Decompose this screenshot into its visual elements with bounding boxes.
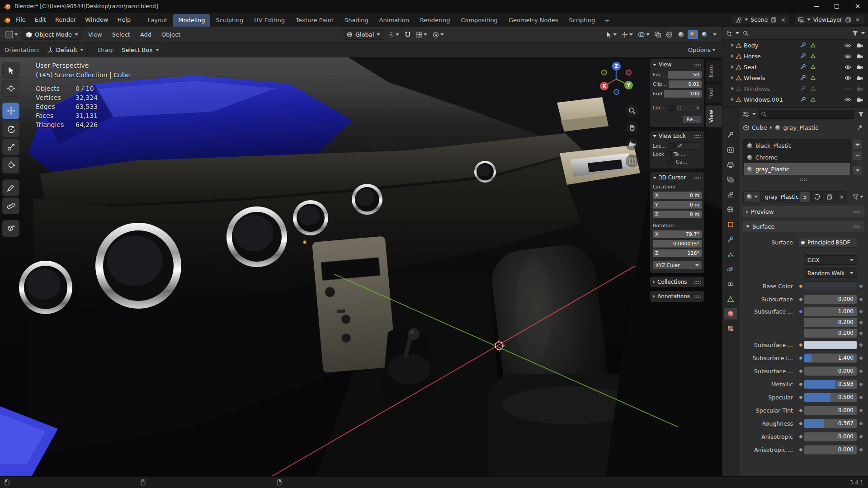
properties-editor-icon[interactable] [742,111,750,118]
outliner-search-icon[interactable] [742,30,749,37]
nodes-filter-icon[interactable] [852,193,859,201]
panel-grip-icon[interactable] [694,281,702,284]
modifier-wrench-icon[interactable] [800,42,806,48]
decorator-icon[interactable] [859,298,863,301]
anisotropic-slider[interactable]: 0.000 [804,432,857,441]
panel-grip-icon[interactable] [694,63,702,66]
properties-tab-world[interactable] [724,204,737,215]
local-camera-checkbox[interactable] [668,105,674,111]
snap-settings-dropdown[interactable] [415,30,429,39]
zoom-button[interactable] [626,104,638,117]
render-visibility-icon[interactable] [857,54,863,59]
material-users-count[interactable]: 5 [800,191,811,202]
clip-start-field[interactable]: 0.01 [669,80,702,88]
outliner-filter-icon[interactable] [851,30,859,37]
cursor-rot-x-field[interactable]: X79.7° [653,230,702,238]
material-name-field[interactable]: gray_Plastic [762,191,799,202]
camera-view-button[interactable] [626,138,638,150]
expand-caret-icon[interactable] [731,98,734,101]
properties-tab-object-data[interactable] [724,293,737,305]
gizmo-y-negative[interactable] [601,70,607,75]
menu-render[interactable]: Render [51,14,80,25]
viewport-canvas[interactable]: User Perspective (145) Scene Collection … [0,57,722,476]
roughness-slider[interactable]: 0.367 [804,419,857,428]
sidebar-tab-item[interactable]: Item [706,60,722,82]
workspace-tab-animation[interactable]: Animation [374,14,415,27]
panel-cursor-title[interactable]: 3D Cursor [659,174,686,181]
properties-tab-output[interactable] [724,159,737,170]
outliner-type-caret-icon[interactable] [736,32,739,34]
scene-name[interactable]: Scene [750,16,768,23]
panel-grip-icon[interactable] [694,176,702,179]
decorator-icon[interactable] [859,409,863,412]
properties-search-input[interactable] [759,110,854,119]
menu-select[interactable]: Select [108,29,134,40]
properties-tab-particles[interactable] [724,249,737,260]
cursor-x-field[interactable]: X0 m [653,192,702,199]
expand-caret-icon[interactable] [731,54,734,58]
tool-measure[interactable] [2,197,19,214]
material-slot-chrome[interactable]: Chrome [744,151,850,163]
outliner-item-seat[interactable]: Seat [722,61,868,72]
decorator-icon[interactable] [859,343,863,347]
panel-annotations-caret-icon[interactable] [653,295,655,298]
surface-shader-field[interactable]: Principled BSDF [797,238,857,248]
menu-add[interactable]: Add [136,29,156,40]
blender-menu-icon[interactable] [4,16,11,23]
scene-new-icon[interactable] [770,16,777,23]
menu-object[interactable]: Object [157,29,184,40]
subsurface-radius-x-field[interactable]: 1.000 [804,307,857,316]
specular-tint-slider[interactable]: 0.000 [804,406,857,415]
menu-file[interactable]: File [12,14,30,25]
snap-toggle-button[interactable] [403,30,413,39]
cursor-y-field[interactable]: Y0 m [653,201,702,209]
expand-caret-icon[interactable] [731,87,734,90]
panel-view-title[interactable]: View [659,61,671,68]
subsurface-color-swatch[interactable] [804,340,857,350]
render-visibility-icon[interactable] [857,43,863,48]
subsurface-slider[interactable]: 0.000 [804,295,857,304]
outliner-item-horse[interactable]: Horse [722,51,868,61]
decorator-icon[interactable] [859,332,863,335]
subsurface-radius-y-field[interactable]: 0.200 [804,318,857,327]
gizmo-z-axis[interactable]: Z [612,62,621,70]
navigation-gizmo[interactable]: Z X Y [598,61,634,97]
pin-icon[interactable] [856,124,863,131]
workspace-tab-geometry-nodes[interactable]: Geometry Nodes [503,14,564,27]
mesh-data-icon[interactable] [811,86,816,91]
decorator-icon[interactable] [859,357,863,360]
shading-material-preview-button[interactable] [688,30,698,39]
viewlayer-name[interactable]: ViewLayer [813,16,842,23]
decorator-icon[interactable] [859,321,863,324]
mode-dropdown[interactable]: Object Mode [22,29,82,40]
expand-caret-icon[interactable] [731,65,734,69]
proportional-editing-button[interactable] [431,30,446,39]
lock-object-picker[interactable] [675,142,702,150]
menu-edit[interactable]: Edit [31,14,50,25]
mesh-data-icon[interactable] [811,54,816,58]
render-visibility-icon[interactable] [857,65,863,70]
shading-rendered-button[interactable] [699,30,710,39]
panel-annotations-title[interactable]: Annotations [657,293,690,300]
minimize-button[interactable] [806,0,826,13]
tool-scale[interactable] [2,139,19,155]
breadcrumb-object[interactable]: Cube [752,124,767,131]
outliner-editor-icon[interactable] [726,30,733,37]
properties-tab-constraints[interactable] [724,278,737,290]
lock-object-checkbox[interactable] [668,143,674,149]
tool-select-box[interactable] [2,62,19,79]
maximize-button[interactable] [826,0,847,13]
panel-view-lock-title[interactable]: View Lock [659,133,686,139]
options-dropdown[interactable]: Options [686,45,717,55]
render-visibility-icon[interactable] [857,75,863,80]
show-overlays-button[interactable] [636,30,651,39]
lock-camera-checkbox[interactable] [666,151,672,157]
menu-window[interactable]: Window [81,14,112,25]
panel-collections-title[interactable]: Collections [657,279,687,285]
drag-mode-dropdown[interactable]: Select Box [118,45,163,55]
shading-wireframe-button[interactable] [664,30,675,39]
material-slot-gray-plastic[interactable]: gray_Plastic [744,163,850,175]
remove-slot-button[interactable]: − [853,150,863,160]
properties-filter-icon[interactable] [857,111,864,118]
gizmo-z-negative[interactable] [613,89,619,95]
